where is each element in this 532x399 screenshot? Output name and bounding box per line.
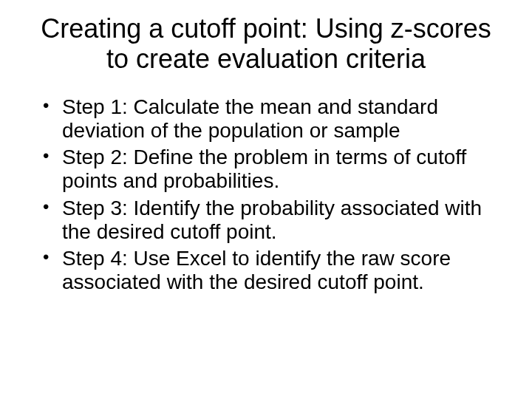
list-item: Step 2: Define the problem in terms of c… — [41, 146, 497, 193]
list-item: Step 3: Identify the probability associa… — [41, 197, 497, 244]
list-item: Step 4: Use Excel to identify the raw sc… — [41, 247, 497, 294]
slide-title: Creating a cutoff point: Using z-scores … — [35, 13, 497, 75]
list-item: Step 1: Calculate the mean and standard … — [41, 95, 497, 143]
bullet-list: Step 1: Calculate the mean and standard … — [35, 95, 497, 295]
